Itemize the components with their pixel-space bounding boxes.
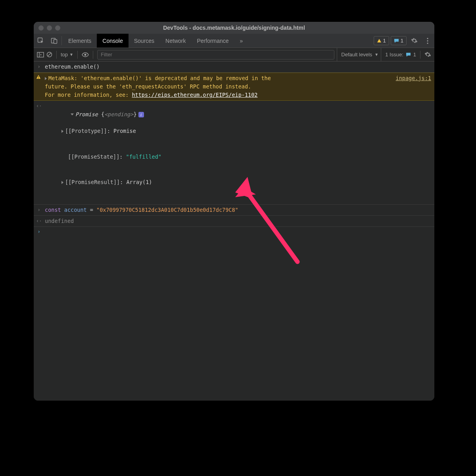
result-object[interactable]: Promise {<pending>}i [[Prototype]]: Prom… [45,102,431,203]
command-text: ethereum.enable() [45,63,431,71]
console-settings-icon[interactable] [424,51,431,58]
filter-input[interactable] [97,50,334,60]
expand-icon[interactable] [45,77,47,80]
warning-message: MetaMask: 'ethereum.enable()' is depreca… [45,74,385,99]
info-icon[interactable]: i [138,112,144,117]
input-chevron-icon: › [36,63,42,71]
undefined-result: undefined [45,217,431,225]
console-input-line: › const account = "0x70997970C51812dc3A0… [34,205,434,216]
live-expression-icon[interactable] [82,52,89,57]
object-property[interactable]: [[Prototype]]: Promise [45,127,431,135]
device-toggle-icon[interactable] [47,34,61,48]
warning-link[interactable]: https://eips.ethereum.org/EIPS/eip-1102 [132,92,257,98]
tab-network[interactable]: Network [160,34,191,48]
console-output[interactable]: › ethereum.enable() MetaMask: 'ethereum.… [34,61,434,401]
svg-rect-10 [38,78,38,78]
tab-more[interactable]: » [234,34,249,48]
warning-icon [36,74,42,79]
warnings-badge[interactable]: 1 [374,36,389,45]
svg-point-5 [427,42,428,44]
output-chevron-icon: ‹· [36,102,42,110]
log-levels-selector[interactable]: Default levels ▼ [337,48,378,61]
window-title: DevTools - docs.metamask.io/guide/signin… [34,25,434,31]
minimize-dot[interactable] [47,25,52,31]
panel-tabbar: Elements Console Sources Network Perform… [34,34,434,48]
console-result-line: ‹· undefined [34,216,434,227]
prompt-chevron-icon: › [36,228,42,234]
titlebar: DevTools - docs.metamask.io/guide/signin… [34,22,434,34]
svg-rect-9 [38,76,38,77]
console-warning-line: MetaMask: 'ethereum.enable()' is depreca… [34,73,434,101]
svg-rect-2 [54,40,57,44]
sidebar-toggle-icon[interactable] [37,52,44,58]
context-label: top [61,52,68,58]
tab-sources[interactable]: Sources [129,34,160,48]
svg-point-4 [427,40,428,41]
issues-label: 1 Issue: [385,52,403,58]
source-link[interactable]: inpage.js:1 [388,74,431,83]
console-input-line: › ethereum.enable() [34,61,434,73]
input-chevron-icon: › [36,206,42,214]
svg-point-3 [427,38,428,39]
messages-count: 1 [401,38,403,44]
tab-elements[interactable]: Elements [63,34,97,48]
context-selector[interactable]: top ▼ [61,52,73,58]
clear-console-icon[interactable] [46,52,52,58]
command-text: const account = "0x70997970C51812dc3A010… [45,206,431,214]
expand-icon[interactable] [61,130,63,133]
devtools-window: DevTools - docs.metamask.io/guide/signin… [34,22,434,401]
more-menu-icon[interactable] [421,34,434,48]
settings-icon[interactable] [407,34,421,48]
console-result-line: ‹· Promise {<pending>}i [[Prototype]]: P… [34,101,434,205]
console-toolbar: top ▼ Default levels ▼ 1 Issue: 1 [34,48,434,61]
log-levels-label: Default levels [341,52,372,58]
console-prompt[interactable]: › [34,227,434,236]
window-controls[interactable] [34,25,60,31]
inspect-icon[interactable] [34,34,47,48]
close-dot[interactable] [38,25,44,31]
issues-count: 1 [413,52,416,58]
output-chevron-icon: ‹· [36,217,42,225]
object-property[interactable]: [[PromiseResult]]: Array(1) [45,178,431,186]
object-property: [[PromiseState]]: "fulfilled" [45,152,431,161]
tab-performance[interactable]: Performance [191,34,234,48]
tab-console[interactable]: Console [97,34,128,48]
expand-icon[interactable] [61,181,63,184]
messages-badge[interactable]: 1 [391,36,407,45]
zoom-dot[interactable] [55,25,60,31]
issues-button[interactable]: 1 Issue: 1 [381,48,416,61]
svg-point-8 [84,54,86,56]
collapse-icon[interactable] [71,113,74,115]
warnings-count: 1 [383,38,386,44]
